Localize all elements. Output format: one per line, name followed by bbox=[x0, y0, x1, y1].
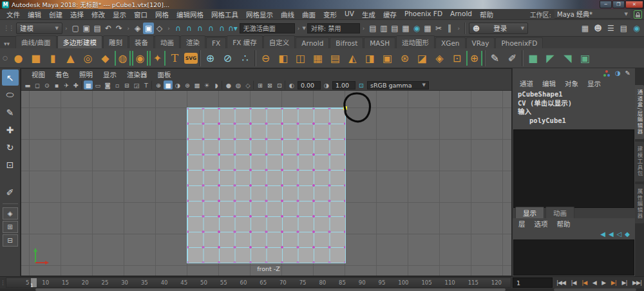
shelf-tab-curves-surfaces[interactable]: 曲线/曲面 bbox=[15, 35, 57, 48]
zero-transforms-icon[interactable]: ∴ bbox=[237, 50, 253, 66]
new-layer-icon[interactable]: ◁ bbox=[617, 230, 622, 238]
menu-select[interactable]: 选择 bbox=[66, 10, 88, 19]
grid-toggle-icon[interactable]: ▦ bbox=[84, 80, 93, 89]
layer-overrides-icon[interactable]: ⊞ bbox=[256, 80, 265, 89]
center-pivot-icon[interactable]: ⊕ bbox=[202, 50, 218, 66]
show-connections-icon[interactable] bbox=[603, 70, 611, 77]
minimize-button[interactable]: ─ bbox=[600, 1, 612, 8]
reduce-icon[interactable]: ▤ bbox=[327, 50, 343, 66]
shelf-tab-xgen[interactable]: XGen bbox=[435, 37, 465, 48]
section-collapse-icon[interactable]: › bbox=[64, 25, 69, 32]
last-tool[interactable]: ✐ bbox=[2, 184, 19, 200]
edit-points-icon[interactable]: ✐ bbox=[504, 50, 520, 66]
panel-menu-view[interactable]: 视图 bbox=[26, 70, 50, 79]
field-chart-icon[interactable]: ⊟ bbox=[122, 80, 131, 89]
menu-phoenix-fd[interactable]: Phoenix FD bbox=[401, 10, 446, 19]
tool-spacer[interactable] bbox=[2, 174, 19, 183]
viewport-canvas[interactable]: front -Z bbox=[21, 91, 511, 276]
undo-icon[interactable]: ↶ bbox=[103, 23, 114, 34]
sphere-project-icon[interactable]: ⊕ bbox=[466, 51, 482, 66]
drag-grip-icon[interactable]: ⋮ bbox=[0, 277, 6, 288]
super-shape-icon[interactable]: ✦ bbox=[149, 51, 166, 66]
menu-generate[interactable]: 生成 bbox=[358, 10, 379, 19]
poly-cube-icon[interactable]: ■ bbox=[28, 50, 44, 66]
menu-arnold[interactable]: Arnold bbox=[446, 10, 476, 19]
hide-show-icon[interactable]: ◑ bbox=[615, 70, 621, 77]
shaded-display-icon[interactable]: ■ bbox=[164, 80, 173, 89]
menu-mesh[interactable]: 网格 bbox=[151, 10, 173, 19]
shelf-tab-arnold[interactable]: Arnold bbox=[296, 37, 329, 48]
drag-grip-icon[interactable]: ⋮⋮ bbox=[2, 24, 15, 32]
texture-borders-icon[interactable]: ⊠ bbox=[265, 80, 274, 89]
snap-to-points-icon[interactable]: ∩ bbox=[194, 23, 205, 34]
panel-menu-show[interactable]: 显示 bbox=[98, 70, 122, 79]
xray-icon[interactable]: ◍ bbox=[234, 80, 243, 89]
color-space-dropdown[interactable]: sRGB gamma ▼ bbox=[367, 81, 429, 89]
modeling-toolkit-toggle-icon[interactable]: ▦ bbox=[580, 23, 591, 34]
channel-box-menu-object[interactable]: 对象 bbox=[560, 79, 583, 88]
shelf-tab-phoenixfd[interactable]: PhoenixFD bbox=[495, 37, 543, 48]
bevel-icon[interactable]: ◪ bbox=[414, 50, 430, 66]
layer-tab-display[interactable]: 显示 bbox=[515, 207, 544, 218]
layer-options-icon[interactable]: ◆ bbox=[625, 230, 630, 238]
menu-create[interactable]: 创建 bbox=[45, 10, 66, 19]
wireframe-display-icon[interactable]: ⊕ bbox=[154, 80, 163, 89]
pause-icon[interactable]: ‖ bbox=[444, 23, 455, 34]
scale-tool[interactable]: ⊡ bbox=[2, 156, 19, 173]
section-collapse-icon[interactable]: › bbox=[361, 25, 366, 32]
platonic-solid-icon[interactable]: ◉ bbox=[132, 51, 148, 66]
snap-to-projected-center-icon[interactable]: ∩ bbox=[205, 23, 216, 34]
menu-deform[interactable]: 变形 bbox=[319, 10, 341, 19]
menu-cache[interactable]: 缓存 bbox=[379, 10, 401, 19]
workspace-lock-icon[interactable] bbox=[634, 10, 642, 19]
render-current-frame-icon[interactable]: ▥ bbox=[378, 23, 389, 34]
save-scene-icon[interactable]: ▤ bbox=[92, 23, 103, 34]
shelf-tab-custom[interactable]: 自定义 bbox=[263, 35, 296, 48]
section-collapse-icon[interactable]: › bbox=[166, 25, 171, 32]
two-d-pan-zoom-icon[interactable]: ▪ bbox=[52, 80, 61, 89]
ao-icon[interactable]: ☀ bbox=[202, 80, 211, 89]
grab-icon[interactable]: ▣ bbox=[577, 50, 593, 66]
section-collapse-icon[interactable]: › bbox=[126, 25, 131, 32]
menu-uv[interactable]: UV bbox=[341, 10, 358, 19]
snap-to-view-planes-icon[interactable]: ∩ bbox=[216, 23, 227, 34]
shelf-menu-icon[interactable]: ▾▾ bbox=[4, 41, 10, 47]
gate-mask-icon[interactable]: ▫ bbox=[113, 80, 122, 89]
render-setup-icon[interactable]: ▦ bbox=[400, 23, 411, 34]
vp-separator[interactable] bbox=[81, 80, 83, 89]
play-forwards-button[interactable]: ▶ bbox=[601, 279, 605, 286]
exposure-icon[interactable]: ◐ bbox=[287, 80, 296, 89]
poly-plane-icon[interactable]: ◆ bbox=[97, 50, 113, 66]
isolate-select-icon[interactable]: ● bbox=[224, 80, 233, 89]
menu-edit[interactable]: 编辑 bbox=[24, 10, 45, 19]
selected-vertex[interactable] bbox=[343, 106, 347, 110]
select-component-icon[interactable]: ◇ bbox=[154, 23, 165, 34]
screen-space-icon[interactable]: ⊡ bbox=[275, 80, 284, 89]
time-slider-track[interactable]: 5101520253035404550556065707580859095100… bbox=[6, 277, 511, 288]
channel-box-menu-edit[interactable]: 编辑 bbox=[538, 79, 560, 88]
oriented-camera-icon[interactable]: ✈ bbox=[62, 80, 71, 89]
tool-settings-toggle-icon[interactable]: ◉ bbox=[631, 23, 642, 34]
vp-separator[interactable] bbox=[151, 80, 153, 89]
section-collapse-icon[interactable]: › bbox=[296, 25, 301, 32]
menu-mesh-tools[interactable]: 网格工具 bbox=[207, 10, 242, 19]
shelf-tab-bifrost[interactable]: Bifrost bbox=[330, 37, 363, 48]
shelf-separator[interactable] bbox=[484, 50, 486, 66]
chevron-down-icon[interactable]: ▼ bbox=[302, 26, 305, 31]
current-frame-field[interactable]: 1 bbox=[513, 277, 553, 288]
render-settings-icon[interactable]: ▦ bbox=[422, 23, 433, 34]
svg-tool-icon[interactable]: SVG bbox=[184, 53, 198, 64]
sign-in-dropdown[interactable]: ☻ 登录 ▼ bbox=[469, 23, 528, 34]
make-live-icon[interactable]: ∩▾ bbox=[227, 23, 238, 34]
shelf-tab-fx[interactable]: FX bbox=[206, 37, 226, 48]
menu-edit-mesh[interactable]: 编辑网格 bbox=[173, 10, 207, 19]
poly-sphere-icon[interactable]: ● bbox=[10, 50, 26, 66]
motion-blur-icon[interactable]: ◗ bbox=[212, 80, 221, 89]
select-object-icon[interactable]: ▣ bbox=[143, 23, 154, 34]
safe-action-icon[interactable]: ◲ bbox=[132, 80, 141, 89]
shelf-separator[interactable] bbox=[254, 50, 256, 66]
section-collapse-icon[interactable]: › bbox=[456, 25, 461, 32]
shelf-tab-motion-graphics[interactable]: 运动图形 bbox=[396, 35, 435, 48]
shelf-scroll-icon[interactable]: ○ bbox=[3, 55, 8, 61]
titlebar[interactable]: M Autodesk Maya 2018: 无标题* --- pCube1.vt… bbox=[0, 0, 644, 9]
